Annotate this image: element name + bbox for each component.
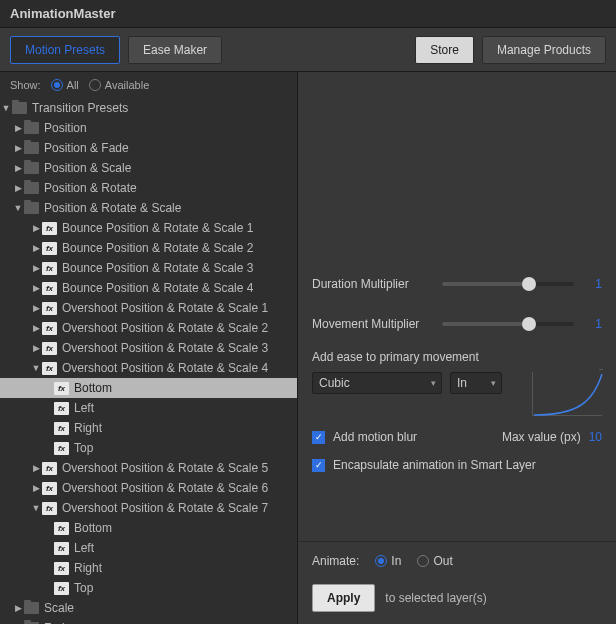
fx-icon: fx	[54, 402, 69, 415]
show-available-radio[interactable]: Available	[89, 79, 149, 91]
fx-icon: fx	[42, 322, 57, 335]
preview-area	[312, 72, 602, 264]
tree-fx-bounce-3[interactable]: ▶fxBounce Position & Rotate & Scale 3	[0, 258, 297, 278]
max-value-label: Max value (px)	[502, 430, 581, 444]
radio-on-icon	[51, 79, 63, 91]
movement-multiplier-value: 1	[584, 317, 602, 331]
ease-curve-preview	[532, 372, 602, 416]
tree-folder-scale[interactable]: ▶Scale	[0, 598, 297, 618]
preset-tree[interactable]: ▼ Transition Presets ▶ Position ▶ Positi…	[0, 98, 297, 624]
left-pane: Show: All Available ▼ Transition Presets…	[0, 72, 298, 624]
animate-row: Animate: In Out	[312, 554, 602, 568]
folder-icon	[24, 142, 39, 154]
fx-icon: fx	[42, 482, 57, 495]
motion-presets-tab[interactable]: Motion Presets	[10, 36, 120, 64]
fx-icon: fx	[42, 342, 57, 355]
tree-dir-left-7[interactable]: fxLeft	[0, 538, 297, 558]
ease-label: Add ease to primary movement	[312, 350, 479, 364]
manage-products-button[interactable]: Manage Products	[482, 36, 606, 64]
caret-right-icon: ▶	[12, 123, 24, 133]
show-label: Show:	[10, 79, 41, 91]
radio-off-icon	[417, 555, 429, 567]
ease-type-select[interactable]: Cubic	[312, 372, 442, 394]
ease-section: Add ease to primary movement	[312, 350, 602, 364]
tree-fx-overshoot-6[interactable]: ▶fxOvershoot Position & Rotate & Scale 6	[0, 478, 297, 498]
tree-fx-bounce-1[interactable]: ▶fxBounce Position & Rotate & Scale 1	[0, 218, 297, 238]
duration-multiplier-slider[interactable]	[442, 282, 574, 286]
movement-multiplier-row: Movement Multiplier 1	[312, 304, 602, 344]
right-pane: Duration Multiplier 1 Movement Multiplie…	[298, 72, 616, 624]
tree-dir-top[interactable]: fxTop	[0, 438, 297, 458]
tree-dir-top-7[interactable]: fxTop	[0, 578, 297, 598]
duration-multiplier-row: Duration Multiplier 1	[312, 264, 602, 304]
fx-icon: fx	[42, 242, 57, 255]
radio-on-icon	[375, 555, 387, 567]
animate-in-radio[interactable]: In	[375, 554, 401, 568]
fx-icon: fx	[54, 422, 69, 435]
fx-icon: fx	[54, 542, 69, 555]
tree-fx-overshoot-2[interactable]: ▶fxOvershoot Position & Rotate & Scale 2	[0, 318, 297, 338]
ease-mode-select[interactable]: In	[450, 372, 502, 394]
radio-off-icon	[89, 79, 101, 91]
fx-icon: fx	[42, 282, 57, 295]
duration-multiplier-label: Duration Multiplier	[312, 277, 432, 291]
tree-dir-bottom-7[interactable]: fxBottom	[0, 518, 297, 538]
tree-fx-bounce-2[interactable]: ▶fxBounce Position & Rotate & Scale 2	[0, 238, 297, 258]
fx-icon: fx	[54, 522, 69, 535]
max-value[interactable]: 10	[589, 430, 602, 444]
app-title: AnimationMaster	[10, 6, 115, 21]
motion-blur-checkbox[interactable]: ✓	[312, 431, 325, 444]
tree-folder-fade[interactable]: ▶Fade	[0, 618, 297, 624]
title-bar: AnimationMaster	[0, 0, 616, 28]
tree-fx-overshoot-1[interactable]: ▶fxOvershoot Position & Rotate & Scale 1	[0, 298, 297, 318]
ease-maker-tab[interactable]: Ease Maker	[128, 36, 222, 64]
tree-fx-overshoot-3[interactable]: ▶fxOvershoot Position & Rotate & Scale 3	[0, 338, 297, 358]
store-button[interactable]: Store	[415, 36, 474, 64]
fx-icon: fx	[42, 462, 57, 475]
fx-icon: fx	[54, 442, 69, 455]
animate-out-radio[interactable]: Out	[417, 554, 452, 568]
apply-tail-label: to selected layer(s)	[385, 591, 486, 605]
folder-icon	[12, 102, 27, 114]
tree-fx-bounce-4[interactable]: ▶fxBounce Position & Rotate & Scale 4	[0, 278, 297, 298]
tree-folder-position-rotate-scale[interactable]: ▼ Position & Rotate & Scale	[0, 198, 297, 218]
slider-knob-icon	[522, 317, 536, 331]
fx-icon: fx	[54, 382, 69, 395]
tree-folder-position-fade[interactable]: ▶ Position & Fade	[0, 138, 297, 158]
apply-row: Apply to selected layer(s)	[312, 584, 602, 612]
tree-dir-bottom[interactable]: fxBottom	[0, 378, 297, 398]
caret-down-icon: ▼	[0, 103, 12, 113]
movement-multiplier-label: Movement Multiplier	[312, 317, 432, 331]
tree-folder-position-scale[interactable]: ▶ Position & Scale	[0, 158, 297, 178]
tree-fx-overshoot-7[interactable]: ▼fxOvershoot Position & Rotate & Scale 7	[0, 498, 297, 518]
slider-knob-icon	[522, 277, 536, 291]
show-all-radio[interactable]: All	[51, 79, 79, 91]
fx-icon: fx	[42, 302, 57, 315]
show-filter: Show: All Available	[0, 72, 297, 98]
fx-icon: fx	[54, 562, 69, 575]
duration-multiplier-value: 1	[584, 277, 602, 291]
folder-icon	[24, 202, 39, 214]
toolbar: Motion Presets Ease Maker Store Manage P…	[0, 28, 616, 72]
folder-icon	[24, 162, 39, 174]
tree-fx-overshoot-4[interactable]: ▼fxOvershoot Position & Rotate & Scale 4	[0, 358, 297, 378]
fx-icon: fx	[42, 502, 57, 515]
tree-folder-position-rotate[interactable]: ▶ Position & Rotate	[0, 178, 297, 198]
encapsulate-checkbox[interactable]: ✓	[312, 459, 325, 472]
tree-dir-left[interactable]: fxLeft	[0, 398, 297, 418]
encapsulate-label: Encapsulate animation in Smart Layer	[333, 458, 536, 472]
motion-blur-label: Add motion blur	[333, 430, 417, 444]
folder-icon	[24, 602, 39, 614]
animate-label: Animate:	[312, 554, 359, 568]
tree-dir-right-7[interactable]: fxRight	[0, 558, 297, 578]
folder-icon	[24, 122, 39, 134]
tree-folder-position[interactable]: ▶ Position	[0, 118, 297, 138]
fx-icon: fx	[42, 262, 57, 275]
tree-root[interactable]: ▼ Transition Presets	[0, 98, 297, 118]
fx-icon: fx	[54, 582, 69, 595]
divider	[298, 541, 616, 542]
tree-fx-overshoot-5[interactable]: ▶fxOvershoot Position & Rotate & Scale 5	[0, 458, 297, 478]
movement-multiplier-slider[interactable]	[442, 322, 574, 326]
tree-dir-right[interactable]: fxRight	[0, 418, 297, 438]
apply-button[interactable]: Apply	[312, 584, 375, 612]
